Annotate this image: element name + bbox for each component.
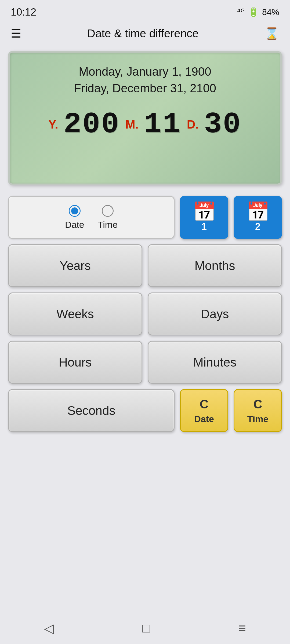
date-mode-label: Date	[65, 219, 84, 230]
clear-time-label: Time	[247, 413, 269, 426]
last-row: Seconds C Date C Time	[8, 389, 282, 432]
controls-section: Date Time 📅 1 📅 2 Years Months Weeks Day…	[0, 191, 290, 437]
mode-row: Date Time 📅 1 📅 2	[8, 196, 282, 239]
battery-percent: 84%	[262, 7, 279, 17]
date2-display: Friday, December 31, 2100	[23, 80, 267, 97]
status-icons: ⁴ᴳ 🔋 84%	[237, 7, 279, 17]
date-radio[interactable]	[69, 205, 81, 217]
clear-time-c: C	[253, 396, 262, 413]
display-panel: Monday, January 1, 1900 Friday, December…	[8, 51, 282, 185]
page-title: Date & time difference	[87, 27, 199, 40]
home-nav-icon[interactable]: □	[142, 621, 150, 635]
time-radio[interactable]	[102, 205, 114, 217]
month-label: M.	[125, 118, 139, 131]
weeks-button[interactable]: Weeks	[8, 292, 142, 335]
year-label: Y.	[48, 118, 58, 131]
day-label: D.	[187, 118, 199, 131]
years-button[interactable]: Years	[8, 244, 142, 287]
seconds-button[interactable]: Seconds	[8, 389, 175, 432]
calculation-buttons-grid: Years Months Weeks Days Hours Minutes	[8, 244, 282, 384]
date-mode-option[interactable]: Date	[65, 205, 84, 230]
time-mode-label: Time	[98, 219, 118, 230]
month-value: 11	[144, 110, 182, 139]
calendar2-icon: 📅	[246, 202, 270, 221]
top-bar: ☰ Date & time difference ⌛	[0, 21, 290, 46]
status-bar: 10:12 ⁴ᴳ 🔋 84%	[0, 0, 290, 21]
days-button[interactable]: Days	[148, 292, 282, 335]
minutes-button[interactable]: Minutes	[148, 341, 282, 384]
calendar1-number: 1	[201, 221, 207, 232]
clear-time-button[interactable]: C Time	[234, 389, 282, 432]
display-values: Y. 200 M. 11 D. 30	[23, 110, 267, 139]
menu-icon[interactable]: ☰	[11, 28, 21, 39]
time-mode-option[interactable]: Time	[98, 205, 118, 230]
calendar1-icon: 📅	[193, 202, 216, 221]
clear-date-c: C	[200, 396, 208, 413]
menu-nav-icon[interactable]: ≡	[238, 621, 246, 635]
battery-icon: 🔋	[248, 7, 259, 17]
calendar2-button[interactable]: 📅 2	[234, 196, 282, 239]
clear-date-label: Date	[194, 413, 214, 426]
date1-display: Monday, January 1, 1900	[23, 63, 267, 80]
hours-button[interactable]: Hours	[8, 341, 142, 384]
day-value: 30	[204, 110, 242, 139]
display-dates: Monday, January 1, 1900 Friday, December…	[23, 63, 267, 96]
clear-date-button[interactable]: C Date	[180, 389, 228, 432]
history-icon[interactable]: ⌛	[264, 27, 279, 41]
signal-icon: ⁴ᴳ	[237, 7, 245, 17]
year-value: 200	[64, 110, 120, 139]
calendar1-button[interactable]: 📅 1	[180, 196, 228, 239]
mode-selector: Date Time	[8, 196, 175, 239]
bottom-nav: ◁ □ ≡	[0, 612, 290, 644]
months-button[interactable]: Months	[148, 244, 282, 287]
status-time: 10:12	[11, 6, 36, 18]
back-nav-icon[interactable]: ◁	[44, 621, 54, 636]
calendar2-number: 2	[255, 221, 260, 232]
